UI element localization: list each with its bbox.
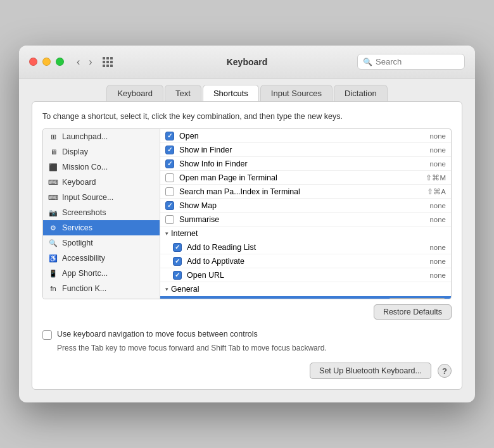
help-button[interactable]: ? [438, 364, 452, 378]
shortcut-row-summarise[interactable]: Summarise none [160, 213, 451, 227]
keyboard-icon: ⌨ [48, 177, 58, 187]
shortcut-row-man-page[interactable]: Open man Page in Terminal ⇧⌘M [160, 171, 451, 185]
group-internet[interactable]: ▾ Internet [160, 227, 451, 240]
shortcuts-panel: Open none Show in Finder none Show Info … [160, 129, 451, 299]
shortcut-row-show-info[interactable]: Show Info in Finder none [160, 157, 451, 171]
accessibility-icon: ♿ [48, 253, 58, 263]
checkbox-apptivate[interactable] [173, 257, 182, 266]
window-title: Keyboard [227, 57, 268, 67]
shortcut-row-show-finder[interactable]: Show in Finder none [160, 143, 451, 157]
app-shortcuts-icon: 📱 [48, 268, 58, 278]
nav-checkbox-label: Use keyboard navigation to move focus be… [57, 330, 258, 339]
tab-bar: Keyboard Text Shortcuts Input Sources Di… [19, 78, 475, 101]
shortcut-row-open-url[interactable]: Open URL none [160, 268, 451, 282]
tab-dictation[interactable]: Dictation [334, 85, 388, 101]
checkbox-man-index[interactable] [165, 187, 174, 196]
expand-general-icon: ▾ [165, 286, 168, 292]
sidebar-item-launchpad[interactable]: ⊞ Launchpad... [43, 129, 160, 144]
shortcut-row-apptivate[interactable]: Add to Apptivate none [160, 254, 451, 268]
checkbox-open-url[interactable] [173, 271, 182, 280]
tab-keyboard[interactable]: Keyboard [106, 85, 163, 101]
forward-button[interactable]: › [86, 55, 94, 69]
minimize-button[interactable] [42, 58, 51, 66]
sidebar-item-display[interactable]: 🖥 Display [43, 144, 160, 159]
sidebar-item-input[interactable]: ⌨ Input Source... [43, 190, 160, 205]
screenshots-icon: 📷 [48, 208, 58, 218]
content-area: To change a shortcut, select it, click t… [32, 101, 462, 390]
shortcut-row-echo-hello[interactable]: echo hello Add Shortcut [160, 296, 451, 299]
back-button[interactable]: ‹ [74, 55, 82, 69]
checkbox-summarise[interactable] [165, 215, 174, 224]
display-icon: 🖥 [48, 147, 58, 157]
title-bar: ‹ › Keyboard 🔍 [19, 46, 475, 78]
checkbox-man-page[interactable] [165, 173, 174, 182]
restore-defaults-button[interactable]: Restore Defaults [374, 304, 452, 320]
apps-grid-icon[interactable] [103, 57, 113, 67]
shortcut-row-reading-list[interactable]: Add to Reading List none [160, 240, 451, 254]
main-window: ‹ › Keyboard 🔍 Keyboard Text Shortcuts I… [19, 46, 475, 402]
expand-internet-icon: ▾ [165, 230, 168, 237]
sidebar-item-mission[interactable]: ⬛ Mission Co... [43, 159, 160, 175]
maximize-button[interactable] [56, 58, 64, 66]
shortcut-row-show-map[interactable]: Show Map none [160, 199, 451, 213]
footer-row: Set Up Bluetooth Keyboard... ? [42, 363, 452, 379]
services-icon: ⚙ [48, 223, 58, 233]
sidebar-item-spotlight[interactable]: 🔍 Spotlight [43, 235, 160, 251]
traffic-lights [29, 58, 64, 66]
shortcut-row-man-index[interactable]: Search man Pa...Index in Terminal ⇧⌘A [160, 185, 451, 199]
sidebar-item-keyboard[interactable]: ⌨ Keyboard [43, 175, 160, 190]
nav-checkbox-row: Use keyboard navigation to move focus be… [42, 330, 452, 340]
checkbox-show-finder[interactable] [165, 146, 174, 154]
sidebar-item-accessibility[interactable]: ♿ Accessibility [43, 251, 160, 266]
bluetooth-keyboard-button[interactable]: Set Up Bluetooth Keyboard... [310, 363, 431, 379]
launchpad-icon: ⊞ [48, 132, 58, 142]
nav-sub-label: Press the Tab key to move focus forward … [57, 344, 452, 352]
nav-buttons: ‹ › [74, 55, 95, 69]
tab-text[interactable]: Text [165, 85, 201, 101]
checkbox-show-map[interactable] [165, 201, 174, 210]
nav-checkbox[interactable] [42, 330, 52, 340]
mission-icon: ⬛ [48, 162, 58, 172]
tab-shortcuts[interactable]: Shortcuts [203, 85, 259, 101]
close-button[interactable] [29, 58, 37, 66]
instruction-text: To change a shortcut, select it, click t… [42, 112, 452, 121]
add-shortcut-button[interactable]: Add Shortcut [388, 298, 446, 299]
function-keys-icon: fn [48, 283, 58, 294]
checkbox-reading-list[interactable] [173, 243, 182, 252]
search-input[interactable] [376, 57, 459, 66]
checkbox-open[interactable] [165, 132, 174, 140]
tab-input-sources[interactable]: Input Sources [260, 85, 332, 101]
checkbox-show-info[interactable] [165, 159, 174, 168]
spotlight-icon: 🔍 [48, 238, 58, 248]
pane-container: ⊞ Launchpad... 🖥 Display ⬛ Mission Co...… [42, 128, 452, 299]
sidebar: ⊞ Launchpad... 🖥 Display ⬛ Mission Co...… [43, 129, 160, 299]
group-general[interactable]: ▾ General [160, 282, 451, 296]
shortcut-row-open[interactable]: Open none [160, 129, 451, 143]
sidebar-item-app-shortcuts[interactable]: 📱 App Shortc... [43, 266, 160, 281]
sidebar-item-function-keys[interactable]: fn Function K... [43, 281, 160, 296]
sidebar-item-services[interactable]: ⚙ Services [43, 220, 160, 235]
bottom-actions: Restore Defaults [42, 304, 452, 320]
search-box[interactable]: 🔍 [357, 54, 465, 70]
sidebar-item-screenshots[interactable]: 📷 Screenshots [43, 205, 160, 220]
search-icon: 🔍 [363, 58, 372, 66]
input-icon: ⌨ [48, 192, 58, 202]
